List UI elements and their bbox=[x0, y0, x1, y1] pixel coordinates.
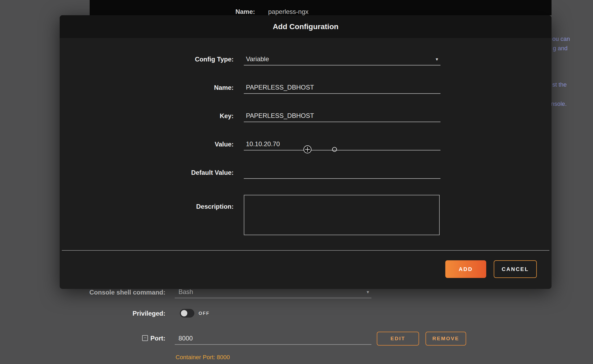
edit-button[interactable]: EDIT bbox=[377, 332, 419, 346]
bg-name-value: paperless-ngx bbox=[268, 8, 309, 16]
key-input[interactable] bbox=[244, 110, 440, 122]
cursor-ring-icon bbox=[332, 147, 337, 152]
chevron-down-icon: ▼ bbox=[366, 290, 370, 294]
footer-divider bbox=[62, 250, 549, 251]
value-input[interactable] bbox=[244, 138, 440, 150]
name-row: Name: bbox=[60, 82, 552, 94]
port-label: Port: bbox=[54, 335, 165, 342]
port-input[interactable]: 8000 bbox=[175, 332, 371, 345]
config-type-select[interactable]: Variable ▼ bbox=[244, 53, 440, 65]
clipped-help-text: st the bbox=[552, 81, 567, 88]
clipped-help-text: g and bbox=[553, 45, 568, 52]
add-button[interactable]: ADD bbox=[445, 260, 486, 278]
dialog-footer: ADD CANCEL bbox=[60, 260, 552, 278]
console-shell-value: Bash bbox=[178, 288, 193, 296]
name-label: Name: bbox=[60, 82, 234, 94]
default-value-input[interactable] bbox=[244, 166, 440, 178]
config-type-row: Config Type: Variable ▼ bbox=[60, 53, 552, 65]
default-value-field-wrap bbox=[244, 166, 440, 179]
cursor-crosshair-icon bbox=[303, 145, 311, 153]
key-field-wrap bbox=[244, 110, 440, 122]
dialog-title: Add Configuration bbox=[273, 22, 339, 31]
toggle-knob bbox=[181, 310, 187, 316]
page-dark-panel: Name: paperless-ngx bbox=[90, 0, 552, 15]
default-value-label: Default Value: bbox=[60, 166, 234, 179]
remove-button[interactable]: REMOVE bbox=[425, 332, 466, 346]
name-input[interactable] bbox=[244, 82, 440, 93]
screen: Name: paperless-ngx ou can g and st the … bbox=[0, 0, 593, 364]
clipped-help-text: nsole. bbox=[551, 100, 567, 107]
container-port-note: Container Port: 8000 bbox=[176, 354, 230, 361]
bg-name-label: Name: bbox=[143, 8, 255, 16]
name-field-wrap bbox=[244, 82, 440, 94]
key-label: Key: bbox=[60, 110, 234, 122]
description-row: Description: bbox=[60, 195, 552, 235]
dialog-body: Config Type: Variable ▼ Name: Key: bbox=[60, 38, 552, 278]
config-type-value: Variable bbox=[246, 55, 269, 63]
dialog-header: Add Configuration bbox=[60, 15, 552, 38]
privileged-label: Privileged: bbox=[54, 310, 165, 317]
privileged-toggle-state: OFF bbox=[199, 311, 210, 316]
port-value: 8000 bbox=[178, 335, 193, 342]
clipped-help-text: ou can bbox=[552, 36, 570, 42]
description-label: Description: bbox=[60, 195, 234, 235]
value-field-wrap bbox=[244, 138, 440, 150]
default-value-row: Default Value: bbox=[60, 166, 552, 179]
description-textarea[interactable] bbox=[244, 195, 440, 235]
chevron-down-icon: ▼ bbox=[435, 57, 439, 61]
console-shell-label: Console shell command: bbox=[54, 289, 165, 296]
config-type-label: Config Type: bbox=[60, 53, 234, 65]
privileged-toggle[interactable] bbox=[180, 309, 194, 317]
key-row: Key: bbox=[60, 110, 552, 122]
cancel-button[interactable]: CANCEL bbox=[494, 260, 537, 278]
value-label: Value: bbox=[60, 138, 234, 150]
